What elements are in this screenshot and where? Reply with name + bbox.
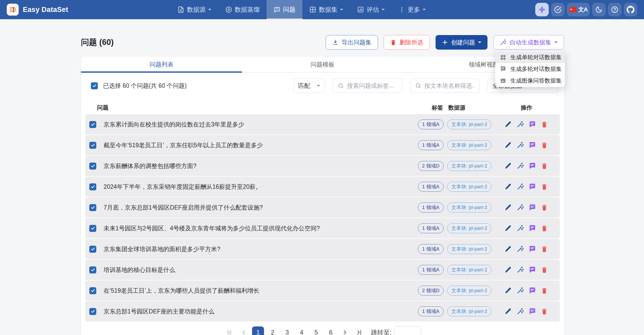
row-checkbox[interactable] (89, 225, 96, 232)
match-mode-select[interactable]: 匹配 (293, 79, 325, 93)
auto-generate-dataset-button[interactable]: 自动生成数据集 (493, 35, 564, 50)
nav-item-questions[interactable]: 问题 (267, 0, 302, 19)
menu-item-image-qa[interactable]: 生成图像问答数据集 (495, 75, 565, 86)
edit-icon[interactable] (504, 120, 512, 128)
edit-icon[interactable] (504, 266, 512, 274)
chat-icon[interactable] (529, 266, 536, 274)
chat-icon[interactable] (529, 204, 536, 211)
chunk-filter-input[interactable] (424, 82, 475, 89)
edit-icon[interactable] (504, 141, 512, 149)
question-text: 截至今年‘519老员工日’，京东任职5年以上员工的数量是多少 (104, 141, 263, 149)
language-switch-button[interactable]: 文A (567, 3, 590, 16)
magic-wand-icon[interactable] (517, 287, 524, 294)
last-page-button[interactable] (353, 326, 365, 335)
magic-wand-icon[interactable] (517, 120, 524, 128)
flag-icon (569, 7, 577, 12)
magic-wand-icon[interactable] (517, 224, 524, 232)
page-button-6[interactable]: 6 (325, 326, 337, 335)
nav-item-more[interactable]: 更多 (392, 0, 433, 19)
github-button[interactable] (624, 3, 637, 16)
page-button-1[interactable]: 1 (252, 326, 264, 335)
delete-selected-button[interactable]: 删除所选 (384, 35, 430, 50)
page-button-3[interactable]: 3 (281, 326, 293, 335)
page-button-4[interactable]: 4 (296, 326, 308, 335)
chat-icon[interactable] (529, 287, 536, 294)
delete-icon[interactable] (541, 224, 548, 232)
page-button-2[interactable]: 2 (267, 326, 279, 335)
prev-page-button[interactable] (238, 326, 249, 335)
magic-wand-icon[interactable] (517, 266, 524, 274)
search-question-input[interactable] (347, 82, 397, 89)
row-checkbox[interactable] (89, 266, 96, 273)
row-checkbox[interactable] (89, 183, 96, 190)
delete-icon[interactable] (541, 307, 548, 315)
page-button-5[interactable]: 5 (310, 326, 322, 335)
tag-chip: 1 领域A (418, 306, 444, 316)
edit-icon[interactable] (504, 287, 512, 294)
chat-icon[interactable] (529, 224, 536, 232)
delete-icon[interactable] (541, 266, 548, 274)
magic-wand-icon[interactable] (517, 204, 524, 211)
dark-mode-button[interactable] (592, 3, 606, 16)
row-checkbox[interactable] (89, 204, 96, 211)
export-questions-button[interactable]: 导出问题集 (326, 35, 378, 50)
chevron-down-icon (423, 9, 426, 12)
search-question-field[interactable] (333, 79, 402, 93)
delete-icon[interactable] (541, 245, 548, 253)
tab-question-list[interactable]: 问题列表 (81, 57, 242, 72)
first-page-button[interactable] (224, 326, 235, 335)
magic-wand-icon[interactable] (517, 183, 524, 191)
model-sparkle-icon (538, 6, 546, 13)
delete-icon[interactable] (541, 287, 548, 294)
table-row: 京东总部1号园区DEF座的主要功能是什么 1 领域A 文本块: jd-part-… (85, 301, 560, 321)
next-page-button[interactable] (339, 326, 351, 335)
edit-icon[interactable] (504, 224, 512, 232)
nav-item-evaluate[interactable]: 评估 (350, 0, 392, 19)
magic-wand-icon[interactable] (517, 141, 524, 149)
magic-wand-icon[interactable] (517, 245, 524, 253)
chat-icon[interactable] (529, 120, 536, 128)
chat-icon[interactable] (529, 307, 536, 315)
chat-icon[interactable] (529, 162, 536, 170)
table-row: 京东集团全球培训基地的面积是多少平方米? 1 领域A 文本块: jd-part-… (85, 239, 560, 259)
select-all-checkbox[interactable] (91, 82, 98, 89)
tab-question-template[interactable]: 问题模板 (242, 57, 403, 72)
edit-icon[interactable] (504, 245, 512, 253)
model-settings-button[interactable] (535, 3, 549, 16)
row-checkbox[interactable] (89, 287, 96, 294)
magic-wand-icon[interactable] (517, 307, 524, 315)
nav-item-distill[interactable]: 数据蒸馏 (218, 0, 267, 19)
chat-icon[interactable] (529, 141, 536, 149)
chat-icon[interactable] (529, 245, 536, 253)
create-question-button[interactable]: 创建问题 (436, 35, 487, 50)
question-text: 京东薪酬体系的调整包括哪些方面? (104, 162, 196, 170)
nav-item-datasets[interactable]: 数据集 (302, 0, 350, 19)
menu-item-single-turn[interactable]: 生成单轮对话数据集 (495, 51, 565, 63)
nav-item-datasource[interactable]: 数据源 (171, 0, 218, 19)
delete-icon[interactable] (541, 120, 548, 128)
row-checkbox[interactable] (89, 121, 96, 128)
row-checkbox[interactable] (89, 308, 96, 315)
delete-icon[interactable] (541, 141, 548, 149)
source-chip: 文本块: jd-part-2 (447, 161, 491, 171)
delete-icon[interactable] (541, 183, 548, 191)
magic-wand-icon[interactable] (517, 162, 524, 170)
jump-to-page-input[interactable] (394, 326, 421, 335)
header-tag: 标签 (432, 104, 443, 112)
edit-icon[interactable] (504, 183, 512, 191)
row-checkbox[interactable] (89, 142, 96, 149)
row-checkbox[interactable] (89, 163, 96, 170)
row-checkbox[interactable] (89, 246, 96, 253)
menu-item-multi-turn[interactable]: 生成多轮对话数据集 (495, 63, 565, 75)
chunk-filter-field[interactable] (410, 79, 480, 93)
edit-icon[interactable] (504, 162, 512, 170)
edit-icon[interactable] (504, 307, 512, 315)
github-icon (627, 6, 634, 14)
task-status-button[interactable] (551, 3, 565, 16)
help-button[interactable] (608, 3, 621, 16)
delete-icon[interactable] (541, 204, 548, 211)
delete-icon[interactable] (541, 162, 548, 170)
chat-icon[interactable] (529, 183, 536, 191)
top-navbar: Easy DataSet 数据源 数据蒸馏 问题 数据集 (0, 0, 644, 19)
edit-icon[interactable] (504, 204, 512, 211)
